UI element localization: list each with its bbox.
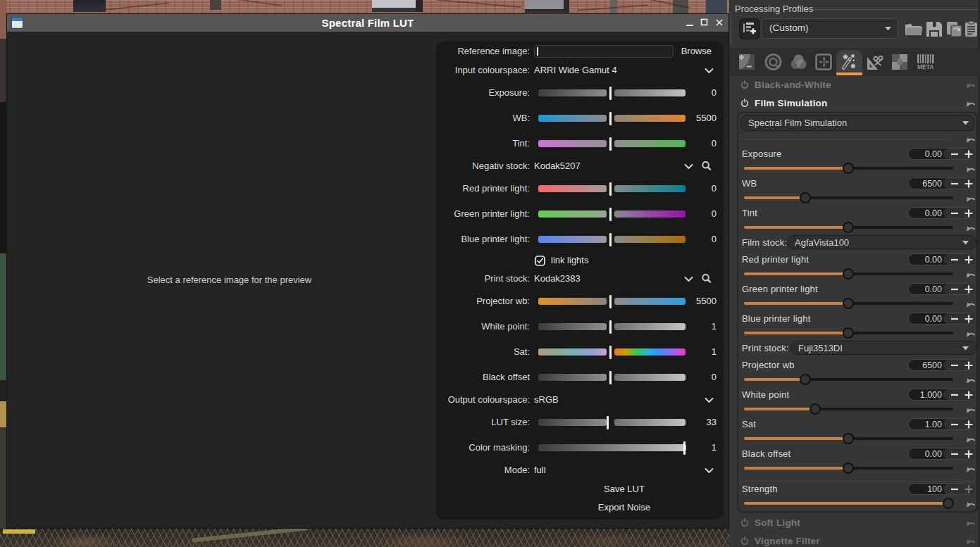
svg-text:META: META: [917, 63, 934, 70]
